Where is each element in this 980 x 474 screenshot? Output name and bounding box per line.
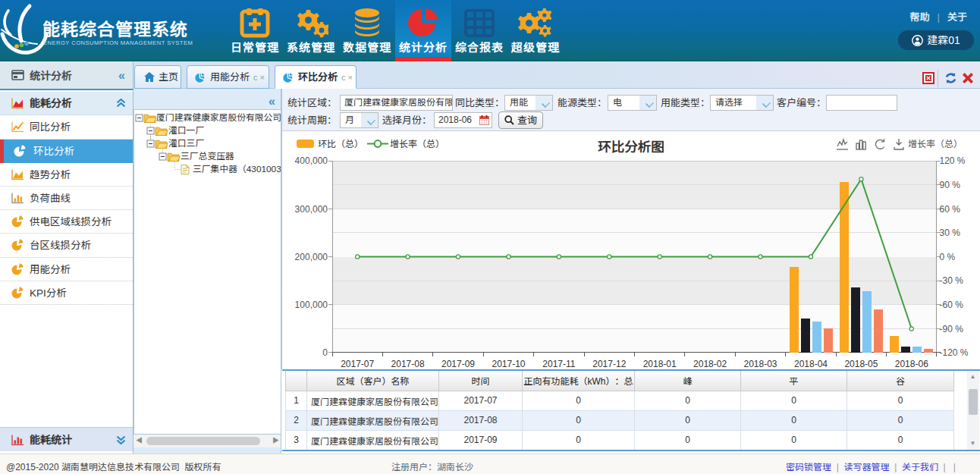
- svg-text:60 %: 60 %: [940, 204, 961, 215]
- svg-text:2017-12: 2017-12: [592, 359, 626, 369]
- svg-text:环比（总）: 环比（总）: [318, 139, 363, 149]
- svg-text:300,000: 300,000: [295, 204, 328, 215]
- svg-text:30 %: 30 %: [940, 228, 961, 238]
- svg-text:-120 %: -120 %: [940, 347, 969, 358]
- svg-text:2017-11: 2017-11: [542, 359, 575, 369]
- svg-text:200,000: 200,000: [295, 252, 328, 262]
- svg-text:2018-04: 2018-04: [794, 359, 828, 369]
- svg-text:-60 %: -60 %: [940, 300, 964, 310]
- svg-text:增长率（总）: 增长率（总）: [390, 139, 444, 149]
- svg-text:2018-03: 2018-03: [743, 359, 777, 369]
- svg-text:-30 %: -30 %: [940, 275, 964, 286]
- svg-text:100,000: 100,000: [295, 300, 328, 310]
- svg-text:2017-08: 2017-08: [391, 359, 425, 369]
- svg-text:90 %: 90 %: [940, 180, 961, 190]
- svg-text:120 %: 120 %: [940, 155, 966, 166]
- svg-text:400,000: 400,000: [295, 155, 328, 166]
- svg-text:0: 0: [322, 347, 328, 358]
- svg-text:-90 %: -90 %: [940, 324, 964, 334]
- svg-text:2018-02: 2018-02: [693, 359, 727, 369]
- svg-text:2017-10: 2017-10: [492, 359, 525, 369]
- svg-text:环比分析图: 环比分析图: [598, 140, 664, 155]
- svg-text:2018-06: 2018-06: [895, 359, 928, 369]
- svg-text:2018-05: 2018-05: [844, 359, 878, 369]
- svg-text:0 %: 0 %: [940, 252, 956, 262]
- svg-text:2018-01: 2018-01: [643, 359, 677, 369]
- svg-text:增长率（总）: 增长率（总）: [908, 139, 963, 149]
- svg-text:2017-07: 2017-07: [341, 359, 374, 369]
- svg-text:2017-09: 2017-09: [441, 359, 475, 369]
